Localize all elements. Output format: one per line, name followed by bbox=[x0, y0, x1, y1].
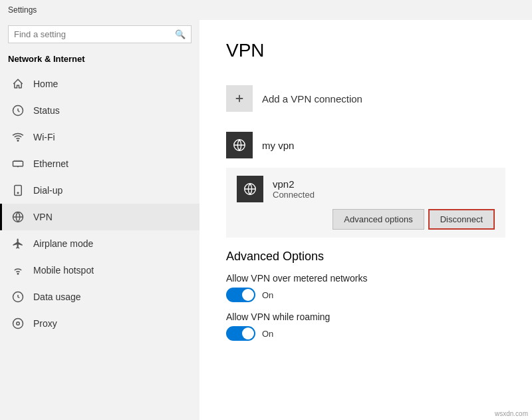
add-vpn-button[interactable]: Add a VPN connection bbox=[226, 77, 505, 120]
advanced-options-title: Advanced Options bbox=[226, 250, 505, 264]
sidebar-item-datausage[interactable]: Data usage bbox=[0, 284, 200, 310]
sidebar-item-status[interactable]: Status bbox=[0, 97, 200, 124]
sidebar-item-hotspot-label: Mobile hotspot bbox=[33, 265, 94, 276]
vpn2-item[interactable]: vpn2 Connected bbox=[237, 176, 495, 202]
vpn-icon bbox=[11, 211, 25, 223]
sidebar-item-home[interactable]: Home bbox=[0, 71, 200, 97]
option-roaming-label: Allow VPN while roaming bbox=[226, 312, 505, 322]
sidebar-item-airplane-label: Airplane mode bbox=[33, 238, 93, 249]
myvpn-name: my vpn bbox=[262, 140, 294, 151]
sidebar-item-dialup[interactable]: Dial-up bbox=[0, 177, 200, 204]
add-vpn-label: Add a VPN connection bbox=[262, 93, 362, 105]
option-metered-label: Allow VPN over metered networks bbox=[226, 273, 505, 284]
dialup-icon bbox=[11, 184, 25, 196]
vpn2-info: vpn2 Connected bbox=[273, 178, 315, 200]
vpn2-name: vpn2 bbox=[273, 178, 315, 190]
svg-point-4 bbox=[17, 192, 19, 194]
svg-rect-2 bbox=[13, 161, 23, 166]
option-roaming-on-label: On bbox=[262, 329, 273, 339]
sidebar-section-title: Network & Internet bbox=[0, 54, 200, 71]
svg-point-1 bbox=[17, 140, 19, 142]
option-metered-on-label: On bbox=[262, 290, 273, 300]
option-metered-toggle-row: On bbox=[226, 288, 505, 302]
sidebar-item-wifi[interactable]: Wi-Fi bbox=[0, 124, 200, 150]
sidebar-item-ethernet[interactable]: Ethernet bbox=[0, 150, 200, 177]
airplane-icon bbox=[11, 238, 25, 250]
advanced-options-button[interactable]: Advanced options bbox=[332, 209, 424, 230]
sidebar-item-vpn-label: VPN bbox=[33, 212, 53, 222]
datausage-icon bbox=[11, 291, 25, 303]
option-roaming: Allow VPN while roaming On bbox=[226, 312, 505, 341]
option-roaming-toggle[interactable] bbox=[226, 326, 255, 341]
search-icon: 🔍 bbox=[175, 29, 186, 39]
disconnect-button[interactable]: Disconnect bbox=[428, 209, 495, 230]
sidebar-item-proxy[interactable]: Proxy bbox=[0, 310, 200, 337]
title-bar-label: Settings bbox=[8, 5, 37, 15]
sidebar-item-wifi-label: Wi-Fi bbox=[33, 132, 55, 142]
option-metered-toggle[interactable] bbox=[226, 288, 255, 302]
option-roaming-toggle-row: On bbox=[226, 326, 505, 341]
svg-point-9 bbox=[17, 322, 20, 325]
svg-point-8 bbox=[13, 319, 23, 329]
sidebar-item-datausage-label: Data usage bbox=[33, 292, 81, 302]
sidebar-item-hotspot[interactable]: Mobile hotspot bbox=[0, 257, 200, 284]
sidebar-item-proxy-label: Proxy bbox=[33, 318, 57, 329]
hotspot-icon bbox=[11, 264, 25, 276]
sidebar-item-home-label: Home bbox=[33, 79, 58, 89]
myvpn-info: my vpn bbox=[262, 140, 294, 151]
watermark: wsxdn.com bbox=[495, 410, 528, 417]
status-icon bbox=[11, 105, 25, 116]
sidebar-search-box[interactable]: 🔍 bbox=[8, 25, 192, 43]
content-area: VPN Add a VPN connection my vpn bbox=[200, 20, 532, 420]
sidebar: 🔍 Network & Internet Home Status Wi-Fi bbox=[0, 20, 200, 420]
title-bar: Settings bbox=[0, 0, 532, 20]
search-input[interactable] bbox=[14, 29, 175, 39]
option-metered: Allow VPN over metered networks On bbox=[226, 273, 505, 302]
svg-point-6 bbox=[17, 274, 19, 275]
proxy-icon bbox=[11, 317, 25, 329]
vpn2-icon bbox=[237, 176, 263, 202]
vpn2-status: Connected bbox=[273, 190, 315, 200]
myvpn-icon bbox=[226, 132, 253, 158]
sidebar-item-status-label: Status bbox=[33, 105, 60, 116]
wifi-icon bbox=[11, 131, 25, 143]
vpn2-actions: Advanced options Disconnect bbox=[237, 202, 495, 238]
sidebar-item-ethernet-label: Ethernet bbox=[33, 158, 68, 169]
vpn2-connected-row: vpn2 Connected Advanced options Disconne… bbox=[226, 168, 505, 238]
home-icon bbox=[11, 78, 25, 90]
sidebar-item-dialup-label: Dial-up bbox=[33, 185, 63, 196]
page-title: VPN bbox=[226, 40, 505, 61]
sidebar-item-vpn[interactable]: VPN bbox=[0, 204, 200, 230]
ethernet-icon bbox=[11, 158, 25, 170]
plus-icon bbox=[226, 85, 253, 112]
vpn-item-myvpn[interactable]: my vpn bbox=[226, 124, 505, 166]
sidebar-item-airplane[interactable]: Airplane mode bbox=[0, 230, 200, 257]
main-layout: 🔍 Network & Internet Home Status Wi-Fi bbox=[0, 20, 532, 420]
